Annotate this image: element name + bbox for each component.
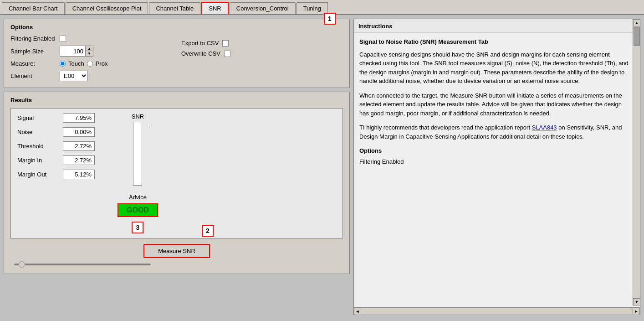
instructions-header: Instructions — [354, 19, 640, 33]
overwrite-csv-label: Overwrite CSV — [181, 50, 220, 57]
scroll-thumb[interactable] — [634, 27, 640, 46]
slaa843-link[interactable]: SLAA843 — [532, 124, 557, 131]
snr-bar-minus: - — [148, 123, 150, 129]
result-row-margin-out: Margin Out 5.12% — [17, 170, 95, 179]
result-value-signal: 7.95% — [63, 113, 95, 123]
scroll-left-button[interactable]: ◄ — [354, 308, 361, 315]
instructions-heading: Signal to Noise Ratio (SNR) Measurement … — [359, 37, 631, 47]
tab-channel-bar-chart[interactable]: Channel Bar Chart — [2, 2, 65, 14]
measure-touch-label: Touch — [68, 60, 84, 67]
measure-touch-radio[interactable] — [60, 61, 66, 67]
measure-label: Measure: — [10, 60, 56, 67]
result-row-margin-in: Margin In 2.72% — [17, 155, 95, 165]
measure-radio-group: Touch Prox — [60, 60, 107, 67]
export-csv-checkbox[interactable] — [222, 40, 229, 47]
left-panel: 1 Options Filtering Enabled Sample Size — [4, 19, 350, 315]
vertical-scrollbar[interactable]: ▲ ▼ — [633, 19, 640, 305]
measure-prox-label: Prox — [96, 60, 108, 67]
results-inner: Signal 7.95% Noise 0.00% Threshold 2.72% — [10, 108, 343, 238]
results-fields: Signal 7.95% Noise 0.00% Threshold 2.72% — [17, 113, 95, 233]
results-snr-advice: SNR - Advice GOOD 3 — [108, 113, 158, 233]
tab-channel-oscilloscope-plot[interactable]: Channel Oscilloscope Plot — [66, 2, 148, 14]
filtering-enabled-label: Filtering Enabled — [10, 35, 56, 42]
good-badge: GOOD — [118, 203, 158, 217]
sample-size-row: Sample Size ▲ ▼ — [10, 46, 172, 57]
tab-conversion-control[interactable]: Conversion_Control — [230, 2, 296, 14]
result-label-noise: Noise — [17, 129, 58, 135]
spinner-down-button[interactable]: ▼ — [86, 51, 93, 56]
overwrite-csv-checkbox[interactable] — [224, 51, 230, 57]
result-value-margin-out: 5.12% — [63, 170, 95, 179]
measure-row: Measure: Touch Prox — [10, 60, 172, 67]
export-csv-label: Export to CSV — [181, 40, 219, 47]
options-section: 1 Options Filtering Enabled Sample Size — [4, 19, 350, 88]
options-title: Options — [10, 24, 343, 31]
sample-size-label: Sample Size — [10, 48, 56, 55]
measure-btn-wrap: Measure SNR — [10, 244, 343, 258]
snr-bar — [133, 122, 142, 186]
result-row-threshold: Threshold 2.72% — [17, 141, 95, 151]
result-label-signal: Signal — [17, 114, 58, 121]
tab-channel-table[interactable]: Channel Table — [149, 2, 200, 14]
sample-size-spinner[interactable]: ▲ ▼ — [60, 46, 93, 57]
element-row: Element E00 — [10, 71, 172, 81]
annotation-2: 2 — [202, 225, 214, 237]
result-label-threshold: Threshold — [17, 143, 58, 150]
overwrite-csv-row: Overwrite CSV — [181, 50, 343, 57]
tab-tuning[interactable]: Tuning — [296, 2, 328, 14]
scroll-down-button[interactable]: ▼ — [633, 298, 640, 305]
sample-size-input[interactable] — [60, 46, 85, 56]
measure-prox-radio[interactable] — [87, 61, 93, 67]
snr-label: SNR — [132, 113, 144, 120]
element-select[interactable]: E00 — [60, 71, 87, 81]
slider-wrap — [10, 262, 343, 267]
export-csv-row: Export to CSV — [181, 40, 343, 47]
horizontal-scrollbar[interactable]: ◄ ► — [354, 307, 640, 315]
advice-label: Advice — [129, 194, 147, 201]
annotation-3: 3 — [132, 222, 143, 233]
instructions-para2: When connected to the target, the Measur… — [359, 91, 631, 118]
spinner-up-button[interactable]: ▲ — [86, 46, 93, 51]
scroll-up-button[interactable]: ▲ — [633, 19, 640, 26]
spinner-buttons: ▲ ▼ — [85, 46, 93, 56]
right-panel: Instructions Signal to Noise Ratio (SNR)… — [353, 19, 640, 315]
main-content: 1 Options Filtering Enabled Sample Size — [0, 15, 644, 319]
filtering-enabled-checkbox[interactable] — [60, 36, 66, 42]
filtering-enabled-row: Filtering Enabled — [10, 35, 172, 42]
results-title: Results — [10, 97, 343, 104]
scroll-right-button[interactable]: ► — [633, 308, 640, 315]
result-value-margin-in: 2.72% — [63, 155, 95, 165]
element-label: Element — [10, 72, 56, 79]
result-row-signal: Signal 7.95% — [17, 113, 95, 123]
tab-bar: Channel Bar Chart Channel Oscilloscope P… — [0, 0, 644, 15]
options-left: Filtering Enabled Sample Size ▲ ▼ — [10, 35, 172, 81]
result-label-margin-out: Margin Out — [17, 171, 58, 178]
slider-thumb[interactable] — [19, 261, 25, 268]
slider-track[interactable] — [14, 264, 151, 265]
tab-snr[interactable]: SNR — [201, 2, 228, 14]
results-section: Results Signal 7.95% Noise 0.00% — [4, 92, 350, 274]
instructions-filtering-subheading: Filtering Enabled — [359, 157, 631, 166]
scroll-track[interactable] — [633, 47, 640, 298]
annotation-1: 1 — [324, 13, 336, 25]
measure-snr-button[interactable]: Measure SNR — [143, 244, 210, 258]
element-dropdown-wrap[interactable]: E00 — [60, 71, 88, 81]
instructions-para1: Capacitive sensing designs should have t… — [359, 50, 631, 86]
instructions-body[interactable]: Signal to Noise Ratio (SNR) Measurement … — [354, 33, 640, 307]
instructions-para3: TI highly recommends that developers rea… — [359, 123, 631, 141]
result-value-noise: 0.00% — [63, 127, 95, 137]
scroll-track-h[interactable] — [361, 308, 633, 315]
instructions-para3-prefix: TI highly recommends that developers rea… — [359, 124, 532, 131]
result-value-threshold: 2.72% — [63, 141, 95, 151]
options-right: Export to CSV Overwrite CSV — [181, 35, 343, 81]
result-label-margin-in: Margin In — [17, 157, 58, 164]
options-grid: Filtering Enabled Sample Size ▲ ▼ — [10, 35, 343, 81]
result-row-noise: Noise 0.00% — [17, 127, 95, 137]
instructions-options-heading: Options — [359, 146, 631, 155]
